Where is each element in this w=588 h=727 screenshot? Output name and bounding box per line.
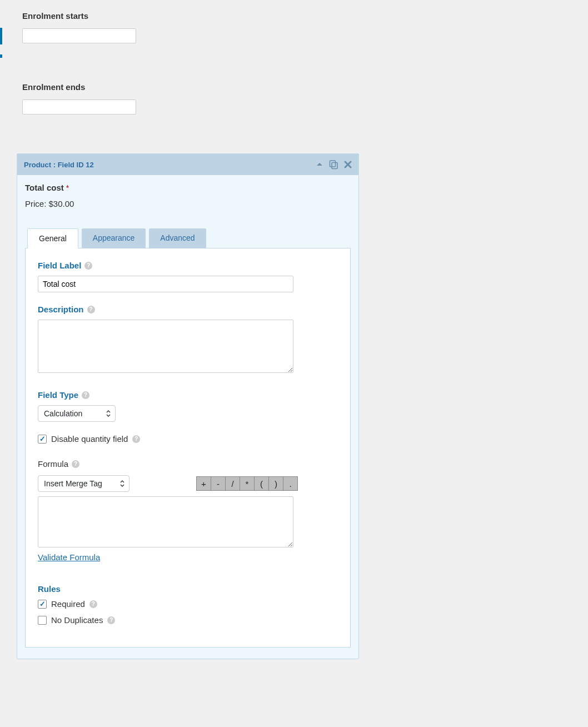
price-label: Price: [25, 199, 46, 208]
tab-panel-general: Field Label ? Description ? Field Type ? [25, 248, 351, 648]
svg-rect-0 [330, 161, 336, 167]
field-name-display: Total cost [25, 183, 64, 192]
tab-general[interactable]: General [27, 228, 78, 248]
formula-textarea[interactable] [38, 496, 293, 547]
op-dot-button[interactable]: . [283, 476, 298, 491]
op-divide-button[interactable]: / [225, 476, 240, 491]
close-icon[interactable] [344, 161, 352, 168]
required-star: * [66, 183, 69, 192]
help-icon[interactable]: ? [82, 391, 89, 399]
price-value: $30.00 [49, 199, 74, 208]
disable-quantity-label: Disable quantity field [51, 434, 128, 444]
enrolment-starts-label: Enrolment starts [22, 11, 566, 21]
enrolment-ends-label: Enrolment ends [22, 82, 566, 92]
help-icon[interactable]: ? [132, 435, 140, 443]
tab-appearance[interactable]: Appearance [82, 228, 146, 248]
duplicate-icon[interactable] [328, 160, 338, 170]
op-rparen-button[interactable]: ) [268, 476, 283, 491]
merge-tag-select[interactable]: Insert Merge Tag [38, 475, 129, 492]
help-icon[interactable]: ? [72, 460, 79, 468]
help-icon[interactable]: ? [107, 616, 115, 624]
formula-heading: Formula [38, 459, 68, 469]
help-icon[interactable]: ? [84, 262, 92, 270]
required-label: Required [51, 599, 85, 609]
merge-tag-value: Insert Merge Tag [44, 479, 102, 488]
tab-advanced[interactable]: Advanced [149, 228, 206, 248]
op-lparen-button[interactable]: ( [254, 476, 269, 491]
disable-quantity-checkbox[interactable] [38, 435, 47, 444]
description-heading: Description [38, 305, 84, 314]
required-checkbox[interactable] [38, 600, 47, 609]
svg-rect-1 [332, 163, 337, 169]
field-type-heading: Field Type [38, 390, 78, 400]
left-highlight-2 [0, 54, 2, 58]
field-type-select[interactable]: Calculation [38, 405, 116, 422]
left-highlight-1 [0, 28, 2, 44]
validate-formula-link[interactable]: Validate Formula [38, 552, 100, 562]
collapse-icon[interactable] [316, 162, 323, 167]
op-plus-button[interactable]: + [196, 476, 211, 491]
field-editor-panel: Product : Field ID 12 Total cost * Price… [17, 153, 359, 659]
enrolment-starts-input[interactable] [22, 28, 136, 43]
no-duplicates-label: No Duplicates [51, 615, 103, 625]
help-icon[interactable]: ? [87, 306, 95, 313]
no-duplicates-checkbox[interactable] [38, 616, 47, 625]
rules-heading: Rules [38, 584, 61, 594]
field-editor-title: Product : Field ID 12 [24, 161, 94, 169]
field-label-heading: Field Label [38, 261, 81, 270]
description-textarea[interactable] [38, 320, 293, 373]
help-icon[interactable]: ? [89, 600, 97, 608]
field-editor-header: Product : Field ID 12 [17, 154, 358, 175]
enrolment-ends-input[interactable] [22, 99, 136, 114]
field-label-input[interactable] [38, 276, 293, 292]
op-minus-button[interactable]: - [211, 476, 226, 491]
op-multiply-button[interactable]: * [240, 476, 255, 491]
field-type-value: Calculation [44, 409, 82, 418]
